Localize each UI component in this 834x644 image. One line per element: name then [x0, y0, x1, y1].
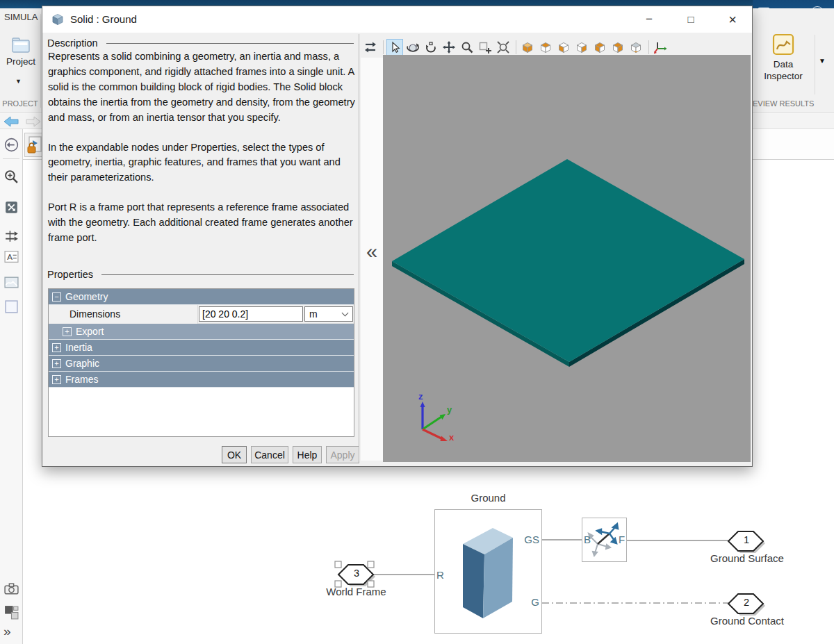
view-right-icon[interactable]: [573, 39, 590, 56]
zoom-tool-icon[interactable]: [459, 39, 475, 56]
ribbon-group-project: PROJECT: [1, 99, 39, 108]
axes-triad: z y x: [407, 390, 461, 444]
expand-expander-icon[interactable]: +: [52, 359, 61, 368]
dimensions-input[interactable]: [199, 306, 303, 322]
subsystem-badge-icon[interactable]: [3, 604, 19, 620]
port3-number: 3: [345, 568, 368, 579]
panel-splitter[interactable]: [359, 34, 359, 461]
group-label-geometry: Geometry: [65, 289, 108, 304]
zoom-in-icon[interactable]: [3, 169, 19, 185]
group-label-export: Export: [76, 324, 104, 339]
camera-icon[interactable]: [3, 581, 19, 597]
collapse-panel-icon[interactable]: «: [361, 237, 383, 267]
help-button[interactable]: Help: [293, 446, 322, 463]
data-inspector-label-2: Inspector: [756, 70, 810, 82]
ribbon-separator-2: [815, 35, 815, 94]
port1-label: Ground Surface: [702, 552, 792, 564]
cancel-button[interactable]: Cancel: [251, 446, 288, 463]
transform-frames-icon: [587, 522, 623, 558]
data-inspector-button[interactable]: Data Inspector: [756, 33, 810, 94]
group-label-graphic: Graphic: [65, 356, 99, 371]
ground-port-R[interactable]: R: [436, 569, 444, 581]
project-button-label: Project: [3, 56, 39, 67]
locked-model-icon: [26, 135, 43, 155]
unit-select[interactable]: m: [304, 306, 353, 322]
frame-axes-icon[interactable]: [652, 39, 669, 56]
group-row-inertia[interactable]: + Inertia: [49, 340, 354, 356]
signal-routing-icon[interactable]: [3, 228, 19, 244]
project-folder-icon: [10, 36, 31, 54]
transform-port-B[interactable]: B: [584, 534, 591, 545]
group-row-frames[interactable]: + Frames: [49, 372, 354, 388]
view-left-icon[interactable]: [555, 39, 572, 56]
port2-number: 2: [735, 597, 758, 608]
port1-number: 1: [735, 534, 758, 545]
minimize-icon[interactable]: −: [637, 6, 661, 33]
description-paragraph-2: In the expandable nodes under Properties…: [48, 140, 357, 186]
transform-port-F[interactable]: F: [619, 534, 625, 545]
properties-rule: [101, 274, 354, 275]
view-top-icon[interactable]: [537, 39, 554, 56]
solid-brick-icon: [459, 522, 518, 621]
view-front-icon[interactable]: [591, 39, 608, 56]
description-legend: Description: [47, 38, 102, 49]
select-tool-icon[interactable]: [386, 39, 403, 56]
area-box-icon[interactable]: [3, 299, 19, 315]
zoom-region-icon[interactable]: [477, 39, 493, 56]
ok-button[interactable]: OK: [222, 446, 247, 463]
close-icon[interactable]: ×: [721, 6, 744, 33]
annotation-icon[interactable]: A: [3, 249, 19, 265]
collapse-expander-icon[interactable]: −: [52, 292, 61, 302]
ground-port-GS[interactable]: GS: [520, 534, 539, 545]
expand-expander-icon[interactable]: +: [52, 343, 61, 352]
back-arrow-icon[interactable]: [3, 115, 19, 128]
unit-value: m: [309, 308, 318, 320]
palette-divider: [3, 158, 19, 159]
data-inspector-label-1: Data: [756, 58, 810, 70]
port2-label: Ground Contact: [702, 615, 792, 627]
orbit-tool-icon[interactable]: [404, 39, 421, 56]
group-row-graphic[interactable]: + Graphic: [49, 356, 354, 372]
roll-tool-icon[interactable]: [423, 39, 439, 56]
data-inspector-dropdown-icon[interactable]: ▼: [819, 57, 830, 65]
expand-expander-icon[interactable]: +: [52, 375, 61, 384]
image-icon[interactable]: [3, 274, 19, 290]
viewport-3d[interactable]: z y x: [383, 55, 751, 462]
view-cube-icon[interactable]: [628, 39, 644, 56]
expand-expander-icon[interactable]: +: [63, 327, 72, 336]
tab-simulation[interactable]: SIMULA: [4, 12, 42, 24]
view-back-icon[interactable]: [610, 39, 626, 56]
group-row-geometry[interactable]: − Geometry: [49, 289, 354, 305]
group-label-frames: Frames: [65, 372, 98, 387]
axis-y-label: y: [447, 404, 452, 415]
swap-views-icon[interactable]: [362, 39, 379, 56]
view-isometric-icon[interactable]: [519, 39, 536, 56]
description-paragraph-1: Represents a solid combining a geometry,…: [48, 49, 357, 126]
toolbar-separator: [383, 40, 384, 54]
simulink-window: ↺ ↻ ? SIMULA Project ▼ PROJECT Data Insp…: [0, 0, 834, 644]
maximize-icon[interactable]: □: [679, 6, 703, 33]
group-row-export[interactable]: + Export: [49, 324, 354, 340]
dimensions-row: Dimensions m: [49, 305, 354, 324]
properties-legend: Properties: [47, 269, 97, 280]
hide-browser-icon[interactable]: [3, 137, 19, 153]
project-dropdown-icon[interactable]: ▼: [15, 78, 26, 85]
ground-block-title: Ground: [434, 492, 542, 504]
ribbon-separator: [40, 14, 41, 108]
data-inspector-icon: [772, 33, 794, 56]
description-paragraph-3: Port R is a frame port that represents a…: [48, 200, 357, 246]
ground-port-G[interactable]: G: [528, 596, 539, 608]
description-rule: [106, 43, 354, 44]
pan-tool-icon[interactable]: [441, 39, 457, 56]
fit-view-icon[interactable]: [495, 39, 512, 56]
apply-button[interactable]: Apply: [326, 446, 359, 463]
forward-arrow-icon[interactable]: [25, 115, 42, 128]
fit-to-view-icon[interactable]: [3, 199, 19, 215]
dialog-title: Solid : Ground: [70, 6, 137, 33]
axis-z-label: z: [418, 391, 423, 402]
port3-label: World Frame: [313, 586, 400, 597]
toolbar-separator: [516, 40, 516, 54]
palette-expand-icon[interactable]: »: [3, 624, 20, 639]
viewport-toolbar: [362, 38, 670, 56]
dimensions-label: Dimensions: [49, 305, 198, 324]
